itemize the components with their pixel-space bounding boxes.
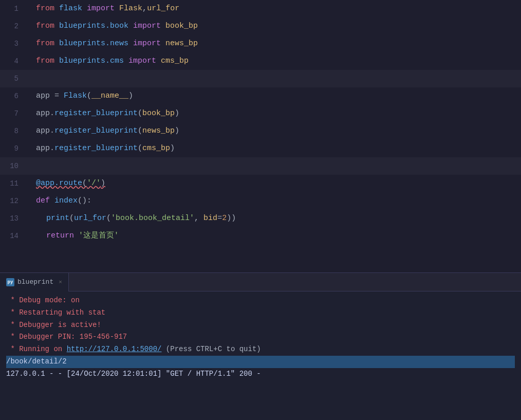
code-line-4: 4from blueprints.cms import cms_bp	[0, 52, 521, 70]
token: )	[170, 144, 175, 153]
token: cms_bp	[161, 57, 189, 65]
line-number-13: 13	[0, 210, 26, 227]
code-line-3: 3from blueprints.news import news_bp	[0, 35, 521, 52]
line-content-1: from flask import Flask,url_for	[26, 0, 521, 17]
token: index	[54, 196, 78, 205]
token: (	[106, 214, 111, 223]
token: print	[46, 214, 69, 223]
line-number-14: 14	[0, 227, 26, 245]
token	[54, 39, 59, 48]
token: ))	[227, 214, 236, 223]
token: import	[133, 22, 161, 30]
token: __name__	[91, 92, 128, 100]
token: url_for	[74, 214, 106, 223]
token: app.	[36, 144, 54, 153]
token: )	[175, 126, 179, 135]
code-line-1: 1from flask import Flask,url_for	[0, 0, 521, 17]
code-line-10: 10	[0, 157, 521, 175]
line-number-4: 4	[0, 52, 26, 70]
token: )	[128, 92, 133, 100]
terminal-tab-blueprint[interactable]: py blueprint ×	[0, 273, 69, 291]
line-number-6: 6	[0, 87, 26, 105]
token: Flask	[119, 4, 142, 13]
token: app =	[36, 92, 64, 100]
token: '/'	[87, 179, 101, 188]
token: from	[36, 22, 54, 30]
token	[161, 39, 165, 48]
line-number-2: 2	[0, 17, 26, 35]
token	[128, 39, 133, 48]
token: (	[87, 92, 91, 100]
token: )	[175, 109, 179, 118]
line-number-1: 1	[0, 0, 26, 17]
code-line-9: 9app.register_blueprint(cms_bp)	[0, 140, 521, 157]
terminal-line-0: * Debug mode: on	[6, 295, 515, 307]
token	[54, 4, 59, 13]
token: (	[82, 179, 87, 188]
token: app.	[36, 109, 54, 118]
token: register_blueprint	[54, 109, 138, 118]
token	[115, 4, 119, 13]
token: blueprints.book	[59, 22, 128, 30]
token: Flask	[64, 92, 87, 100]
line-content-7: app.register_blueprint(book_bp)	[26, 105, 521, 122]
terminal-tab-close[interactable]: ×	[59, 279, 62, 285]
token: register_blueprint	[54, 144, 138, 153]
token: import	[133, 39, 161, 48]
token: return	[46, 231, 74, 240]
token: book_bp	[142, 109, 175, 118]
token: app.	[36, 126, 54, 135]
token: blueprints.cms	[59, 57, 124, 65]
terminal-line-5: /book/detail/2	[6, 356, 515, 368]
line-content-3: from blueprints.news import news_bp	[26, 35, 521, 52]
token: ():	[78, 196, 91, 205]
token	[50, 196, 54, 205]
token: )	[101, 179, 105, 188]
line-number-9: 9	[0, 140, 26, 157]
code-line-5: 5	[0, 70, 521, 87]
token: flask	[59, 4, 82, 13]
token: def	[36, 196, 50, 205]
line-number-3: 3	[0, 35, 26, 52]
terminal-line-6: 127.0.0.1 - - [24/Oct/2020 12:01:01] "GE…	[6, 368, 515, 380]
token: '这是首页'	[79, 231, 119, 240]
token	[54, 57, 59, 65]
code-line-14: 14return '这是首页'	[0, 227, 521, 245]
code-line-13: 13print(url_for('book.book_detail', bid=…	[0, 210, 521, 227]
token: register_blueprint	[54, 126, 138, 135]
line-content-9: app.register_blueprint(cms_bp)	[26, 140, 521, 157]
token	[54, 22, 59, 30]
code-editor: 1from flask import Flask,url_for2from bl…	[0, 0, 521, 272]
code-line-6: 6app = Flask(__name__)	[0, 87, 521, 105]
line-number-11: 11	[0, 175, 26, 192]
line-number-12: 12	[0, 192, 26, 210]
token: from	[36, 4, 54, 13]
terminal-tab-bar: py blueprint ×	[0, 273, 521, 291]
token: from	[36, 57, 54, 65]
token: news_bp	[142, 126, 175, 135]
token	[124, 57, 128, 65]
line-number-7: 7	[0, 105, 26, 122]
token: news_bp	[165, 39, 198, 48]
code-lines: 1from flask import Flask,url_for2from bl…	[0, 0, 521, 245]
line-content-11: @app.route('/')	[26, 175, 521, 192]
python-icon: py	[6, 278, 14, 286]
token	[161, 22, 165, 30]
terminal-line-2: * Debugger is active!	[6, 319, 515, 332]
terminal-tab-label: blueprint	[17, 278, 53, 286]
terminal-line-3: * Debugger PIN: 195-456-917	[6, 331, 515, 343]
line-number-5: 5	[0, 70, 26, 87]
line-content-13: print(url_for('book.book_detail', bid=2)…	[26, 210, 521, 227]
line-content-2: from blueprints.book import book_bp	[26, 17, 521, 35]
token: import	[87, 4, 115, 13]
token: blueprints.news	[59, 39, 128, 48]
server-url-link[interactable]: http://127.0.0.1:5000/	[67, 345, 162, 353]
token: 2	[222, 214, 227, 223]
terminal-line-1: * Restarting with stat	[6, 307, 515, 319]
token: (	[69, 214, 74, 223]
token	[82, 4, 87, 13]
code-line-2: 2from blueprints.book import book_bp	[0, 17, 521, 35]
terminal-line-4: * Running on http://127.0.0.1:5000/ (Pre…	[6, 343, 515, 356]
token: (	[138, 144, 142, 153]
token: =	[217, 214, 222, 223]
